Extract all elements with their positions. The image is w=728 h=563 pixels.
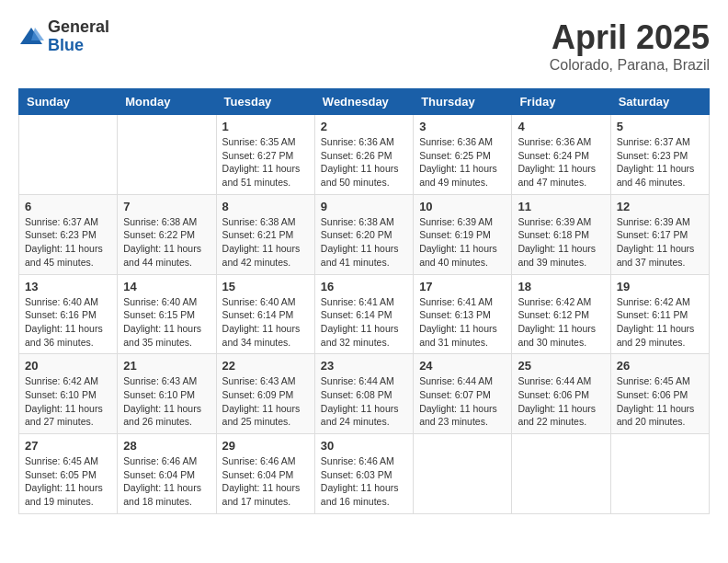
calendar-cell: 7Sunrise: 6:38 AM Sunset: 6:22 PM Daylig… xyxy=(118,194,216,274)
location-subtitle: Colorado, Parana, Brazil xyxy=(550,57,710,74)
calendar-cell: 21Sunrise: 6:43 AM Sunset: 6:10 PM Dayli… xyxy=(118,354,216,434)
day-number: 4 xyxy=(518,120,604,133)
day-number: 11 xyxy=(518,200,604,213)
logo-general: General xyxy=(48,18,109,37)
calendar-cell: 13Sunrise: 6:40 AM Sunset: 6:16 PM Dayli… xyxy=(19,274,118,354)
day-info: Sunrise: 6:39 AM Sunset: 6:17 PM Dayligh… xyxy=(617,215,703,270)
day-info: Sunrise: 6:44 AM Sunset: 6:08 PM Dayligh… xyxy=(321,374,407,429)
day-info: Sunrise: 6:39 AM Sunset: 6:19 PM Dayligh… xyxy=(419,215,506,270)
calendar-cell: 27Sunrise: 6:45 AM Sunset: 6:05 PM Dayli… xyxy=(19,434,118,514)
day-number: 2 xyxy=(321,120,407,133)
calendar-cell: 20Sunrise: 6:42 AM Sunset: 6:10 PM Dayli… xyxy=(19,354,118,434)
day-info: Sunrise: 6:37 AM Sunset: 6:23 PM Dayligh… xyxy=(617,135,703,190)
month-title: April 2025 xyxy=(550,18,710,57)
day-number: 6 xyxy=(25,200,111,213)
day-info: Sunrise: 6:42 AM Sunset: 6:11 PM Dayligh… xyxy=(617,295,703,350)
weekday-header: Saturday xyxy=(610,89,709,115)
calendar-cell: 10Sunrise: 6:39 AM Sunset: 6:19 PM Dayli… xyxy=(414,194,512,274)
day-number: 24 xyxy=(419,359,506,373)
day-number: 21 xyxy=(123,359,210,373)
day-info: Sunrise: 6:40 AM Sunset: 6:14 PM Dayligh… xyxy=(222,295,309,350)
day-number: 13 xyxy=(25,280,111,293)
day-number: 12 xyxy=(617,200,703,213)
day-info: Sunrise: 6:36 AM Sunset: 6:26 PM Dayligh… xyxy=(321,135,407,190)
calendar-week-row: 6Sunrise: 6:37 AM Sunset: 6:23 PM Daylig… xyxy=(19,194,710,274)
weekday-header: Tuesday xyxy=(216,89,314,115)
calendar-table: SundayMondayTuesdayWednesdayThursdayFrid… xyxy=(18,88,710,514)
calendar-cell: 5Sunrise: 6:37 AM Sunset: 6:23 PM Daylig… xyxy=(610,115,709,195)
day-number: 14 xyxy=(123,280,210,293)
day-info: Sunrise: 6:42 AM Sunset: 6:12 PM Dayligh… xyxy=(518,295,604,350)
calendar-cell xyxy=(118,115,216,195)
day-info: Sunrise: 6:38 AM Sunset: 6:20 PM Dayligh… xyxy=(321,215,407,270)
day-info: Sunrise: 6:46 AM Sunset: 6:04 PM Dayligh… xyxy=(123,454,210,509)
calendar-cell: 26Sunrise: 6:45 AM Sunset: 6:06 PM Dayli… xyxy=(610,354,709,434)
day-number: 8 xyxy=(222,200,309,213)
day-number: 3 xyxy=(419,120,506,133)
title-block: April 2025 Colorado, Parana, Brazil xyxy=(550,18,710,74)
weekday-header: Thursday xyxy=(414,89,512,115)
day-number: 25 xyxy=(518,359,604,373)
weekday-header: Monday xyxy=(118,89,216,115)
calendar-cell xyxy=(610,434,709,514)
day-number: 28 xyxy=(123,439,210,453)
calendar-cell: 28Sunrise: 6:46 AM Sunset: 6:04 PM Dayli… xyxy=(118,434,216,514)
day-info: Sunrise: 6:45 AM Sunset: 6:06 PM Dayligh… xyxy=(617,374,703,429)
day-number: 1 xyxy=(222,120,309,133)
day-info: Sunrise: 6:45 AM Sunset: 6:05 PM Dayligh… xyxy=(25,454,111,509)
day-info: Sunrise: 6:35 AM Sunset: 6:27 PM Dayligh… xyxy=(222,135,309,190)
svg-marker-1 xyxy=(31,28,44,40)
weekday-header: Sunday xyxy=(19,89,118,115)
calendar-cell: 30Sunrise: 6:46 AM Sunset: 6:03 PM Dayli… xyxy=(314,434,413,514)
day-number: 7 xyxy=(123,200,210,213)
calendar-cell: 17Sunrise: 6:41 AM Sunset: 6:13 PM Dayli… xyxy=(414,274,512,354)
calendar-week-row: 1Sunrise: 6:35 AM Sunset: 6:27 PM Daylig… xyxy=(19,115,710,195)
day-number: 5 xyxy=(617,120,703,133)
calendar-cell xyxy=(414,434,512,514)
calendar-cell: 19Sunrise: 6:42 AM Sunset: 6:11 PM Dayli… xyxy=(610,274,709,354)
day-number: 10 xyxy=(419,200,506,213)
calendar-cell: 16Sunrise: 6:41 AM Sunset: 6:14 PM Dayli… xyxy=(314,274,413,354)
day-number: 20 xyxy=(25,359,111,373)
weekday-header: Wednesday xyxy=(314,89,413,115)
day-info: Sunrise: 6:40 AM Sunset: 6:16 PM Dayligh… xyxy=(25,295,111,350)
calendar-cell: 8Sunrise: 6:38 AM Sunset: 6:21 PM Daylig… xyxy=(216,194,314,274)
day-info: Sunrise: 6:43 AM Sunset: 6:09 PM Dayligh… xyxy=(222,374,309,429)
calendar-cell xyxy=(19,115,118,195)
day-info: Sunrise: 6:40 AM Sunset: 6:15 PM Dayligh… xyxy=(123,295,210,350)
calendar-week-row: 13Sunrise: 6:40 AM Sunset: 6:16 PM Dayli… xyxy=(19,274,710,354)
day-info: Sunrise: 6:39 AM Sunset: 6:18 PM Dayligh… xyxy=(518,215,604,270)
calendar-cell: 4Sunrise: 6:36 AM Sunset: 6:24 PM Daylig… xyxy=(512,115,610,195)
day-info: Sunrise: 6:38 AM Sunset: 6:22 PM Dayligh… xyxy=(123,215,210,270)
day-info: Sunrise: 6:44 AM Sunset: 6:07 PM Dayligh… xyxy=(419,374,506,429)
day-number: 22 xyxy=(222,359,309,373)
day-number: 30 xyxy=(321,439,407,453)
day-number: 15 xyxy=(222,280,309,293)
calendar-cell: 14Sunrise: 6:40 AM Sunset: 6:15 PM Dayli… xyxy=(118,274,216,354)
calendar-cell: 22Sunrise: 6:43 AM Sunset: 6:09 PM Dayli… xyxy=(216,354,314,434)
logo-icon xyxy=(18,24,44,50)
day-number: 26 xyxy=(617,359,703,373)
day-number: 17 xyxy=(419,280,506,293)
logo-blue: Blue xyxy=(48,37,109,55)
calendar-cell: 15Sunrise: 6:40 AM Sunset: 6:14 PM Dayli… xyxy=(216,274,314,354)
calendar-cell: 9Sunrise: 6:38 AM Sunset: 6:20 PM Daylig… xyxy=(314,194,413,274)
day-number: 9 xyxy=(321,200,407,213)
calendar-week-row: 20Sunrise: 6:42 AM Sunset: 6:10 PM Dayli… xyxy=(19,354,710,434)
day-info: Sunrise: 6:46 AM Sunset: 6:04 PM Dayligh… xyxy=(222,454,309,509)
page-header: General Blue April 2025 Colorado, Parana… xyxy=(18,18,710,74)
calendar-cell: 29Sunrise: 6:46 AM Sunset: 6:04 PM Dayli… xyxy=(216,434,314,514)
day-info: Sunrise: 6:43 AM Sunset: 6:10 PM Dayligh… xyxy=(123,374,210,429)
weekday-header: Friday xyxy=(512,89,610,115)
day-info: Sunrise: 6:42 AM Sunset: 6:10 PM Dayligh… xyxy=(25,374,111,429)
calendar-cell: 25Sunrise: 6:44 AM Sunset: 6:06 PM Dayli… xyxy=(512,354,610,434)
day-number: 16 xyxy=(321,280,407,293)
calendar-week-row: 27Sunrise: 6:45 AM Sunset: 6:05 PM Dayli… xyxy=(19,434,710,514)
calendar-cell: 2Sunrise: 6:36 AM Sunset: 6:26 PM Daylig… xyxy=(314,115,413,195)
day-info: Sunrise: 6:36 AM Sunset: 6:24 PM Dayligh… xyxy=(518,135,604,190)
day-info: Sunrise: 6:46 AM Sunset: 6:03 PM Dayligh… xyxy=(321,454,407,509)
day-info: Sunrise: 6:38 AM Sunset: 6:21 PM Dayligh… xyxy=(222,215,309,270)
calendar-cell: 1Sunrise: 6:35 AM Sunset: 6:27 PM Daylig… xyxy=(216,115,314,195)
weekday-header-row: SundayMondayTuesdayWednesdayThursdayFrid… xyxy=(19,89,710,115)
day-number: 23 xyxy=(321,359,407,373)
